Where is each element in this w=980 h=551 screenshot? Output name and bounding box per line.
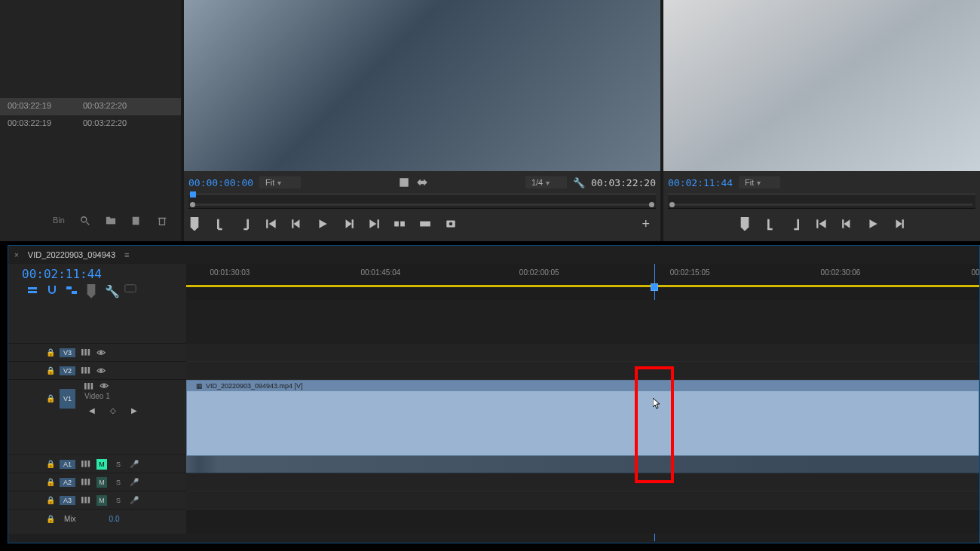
- track-label[interactable]: V2: [60, 366, 75, 375]
- lock-icon[interactable]: 🔒: [46, 515, 54, 523]
- mark-in-icon[interactable]: [764, 218, 776, 230]
- marker-row[interactable]: 00:03:22:19 00:03:22:20: [0, 115, 181, 133]
- add-marker-icon[interactable]: [85, 284, 97, 296]
- step-back-icon[interactable]: [841, 218, 853, 230]
- caption-track-icon[interactable]: [124, 284, 136, 296]
- drag-video-icon[interactable]: [416, 176, 428, 188]
- video-clip[interactable]: ▦ VID_20220903_094943.mp4 [V]: [186, 380, 979, 455]
- track-header-v2[interactable]: 🔒 V2: [8, 362, 186, 380]
- program-scrubber[interactable]: [668, 194, 975, 209]
- tab-menu-icon[interactable]: ≡: [124, 250, 129, 259]
- mix-track-header[interactable]: 🔒 Mix 0.0 ▶|: [8, 510, 186, 528]
- program-current-timecode[interactable]: 00:02:11:44: [668, 177, 733, 188]
- marker-row[interactable]: 00:03:22:19 00:03:22:20: [0, 98, 181, 115]
- track-header-v3[interactable]: 🔒 V3: [8, 344, 186, 362]
- track-a2-lane[interactable]: [186, 473, 979, 491]
- track-v2-lane[interactable]: [186, 362, 979, 380]
- new-bin-icon[interactable]: [106, 216, 116, 226]
- zoom-fit-dropdown[interactable]: Fit: [739, 176, 780, 188]
- eye-icon[interactable]: [96, 350, 106, 356]
- mute-button[interactable]: M: [96, 495, 107, 506]
- lock-icon[interactable]: 🔒: [46, 348, 54, 357]
- mix-value[interactable]: 0.0: [109, 515, 120, 523]
- sync-lock-icon[interactable]: [81, 461, 90, 467]
- close-icon[interactable]: ×: [14, 251, 19, 259]
- audio-clip-a1[interactable]: [186, 455, 979, 473]
- solo-button[interactable]: S: [113, 495, 124, 506]
- nest-sequence-icon[interactable]: [26, 284, 38, 296]
- timeline-tracks[interactable]: ▦ VID_20220903_094943.mp4 [V]: [186, 300, 979, 534]
- track-header-a1[interactable]: 🔒 A1 M S 🎤: [8, 455, 186, 473]
- step-forward-icon[interactable]: [893, 218, 905, 230]
- track-label[interactable]: A1: [60, 460, 75, 469]
- next-keyframe-icon[interactable]: ▶: [131, 406, 137, 415]
- solo-button[interactable]: S: [113, 477, 124, 488]
- solo-button[interactable]: S: [113, 459, 124, 470]
- track-header-a3[interactable]: 🔒 A3 M S 🎤: [8, 491, 186, 510]
- play-icon[interactable]: [317, 218, 329, 230]
- search-icon[interactable]: [80, 216, 90, 226]
- mute-button[interactable]: M: [96, 477, 107, 488]
- timeline-playhead-timecode[interactable]: 00:02:11:44: [8, 264, 186, 281]
- work-area-bar[interactable]: [186, 285, 979, 287]
- add-keyframe-icon[interactable]: ◇: [110, 406, 116, 415]
- go-to-in-icon[interactable]: [816, 218, 828, 230]
- play-icon[interactable]: [867, 218, 879, 230]
- source-duration-timecode[interactable]: 00:03:22:20: [591, 177, 656, 188]
- settings-icon[interactable]: [398, 176, 410, 188]
- add-marker-icon[interactable]: [188, 218, 201, 230]
- voice-over-icon[interactable]: 🎤: [130, 496, 137, 504]
- wrench-icon[interactable]: 🔧: [573, 177, 585, 188]
- linked-selection-icon[interactable]: [66, 284, 78, 296]
- mark-out-icon[interactable]: [790, 218, 802, 230]
- prev-keyframe-icon[interactable]: ◀: [89, 406, 95, 415]
- trash-icon[interactable]: [157, 216, 167, 226]
- timeline-ruler[interactable]: 00:01:30:03 00:01:45:04 00:02:00:05 00:0…: [186, 264, 979, 300]
- sync-lock-icon[interactable]: [81, 479, 90, 485]
- lock-icon[interactable]: 🔒: [46, 478, 54, 486]
- sync-lock-icon[interactable]: [81, 497, 90, 504]
- sync-lock-icon[interactable]: [84, 383, 93, 390]
- track-label[interactable]: V3: [60, 348, 75, 357]
- lock-icon[interactable]: 🔒: [46, 496, 54, 504]
- zoom-fit-dropdown[interactable]: Fit: [259, 176, 301, 188]
- sequence-tab[interactable]: × VID_20220903_094943 ≡: [8, 246, 979, 264]
- lock-icon[interactable]: 🔒: [46, 460, 54, 468]
- step-forward-icon[interactable]: [342, 218, 354, 230]
- track-label[interactable]: A2: [60, 478, 75, 487]
- add-marker-icon[interactable]: [739, 218, 751, 230]
- go-to-in-icon[interactable]: [265, 218, 277, 230]
- source-current-timecode[interactable]: 00:00:00:00: [188, 177, 253, 188]
- sync-lock-icon[interactable]: [81, 349, 90, 356]
- button-editor-icon[interactable]: +: [642, 216, 650, 232]
- resolution-dropdown[interactable]: 1/4: [525, 176, 567, 188]
- lock-icon[interactable]: 🔒: [46, 366, 54, 375]
- mute-button[interactable]: M: [96, 459, 107, 470]
- track-a3-lane[interactable]: [186, 491, 979, 510]
- mark-out-icon[interactable]: [240, 218, 252, 230]
- track-label[interactable]: V1: [60, 389, 75, 409]
- eye-icon[interactable]: [96, 368, 106, 374]
- timeline-settings-icon[interactable]: 🔧: [105, 284, 117, 296]
- voice-over-icon[interactable]: 🎤: [130, 460, 137, 468]
- source-video-frame[interactable]: [184, 0, 660, 171]
- new-item-icon[interactable]: [131, 216, 142, 226]
- overwrite-icon[interactable]: [419, 218, 431, 230]
- step-back-icon[interactable]: [291, 218, 303, 230]
- sync-lock-icon[interactable]: [81, 367, 90, 374]
- source-scrubber[interactable]: [188, 194, 656, 209]
- track-label[interactable]: A3: [60, 496, 75, 505]
- export-frame-icon[interactable]: [445, 218, 457, 230]
- program-video-frame[interactable]: [663, 0, 980, 171]
- snap-icon[interactable]: [46, 284, 58, 296]
- voice-over-icon[interactable]: 🎤: [130, 478, 137, 486]
- track-v3-lane[interactable]: [186, 344, 979, 362]
- lock-icon[interactable]: 🔒: [46, 394, 54, 403]
- eye-icon[interactable]: [100, 383, 109, 390]
- playhead-handle[interactable]: [651, 283, 658, 291]
- mark-in-icon[interactable]: [214, 218, 226, 230]
- insert-icon[interactable]: [394, 218, 406, 230]
- go-to-out-icon[interactable]: [368, 218, 380, 230]
- track-header-v1[interactable]: 🔒 V1 Video 1 ◀ ◇ ▶: [8, 380, 186, 455]
- track-header-a2[interactable]: 🔒 A2 M S 🎤: [8, 473, 186, 491]
